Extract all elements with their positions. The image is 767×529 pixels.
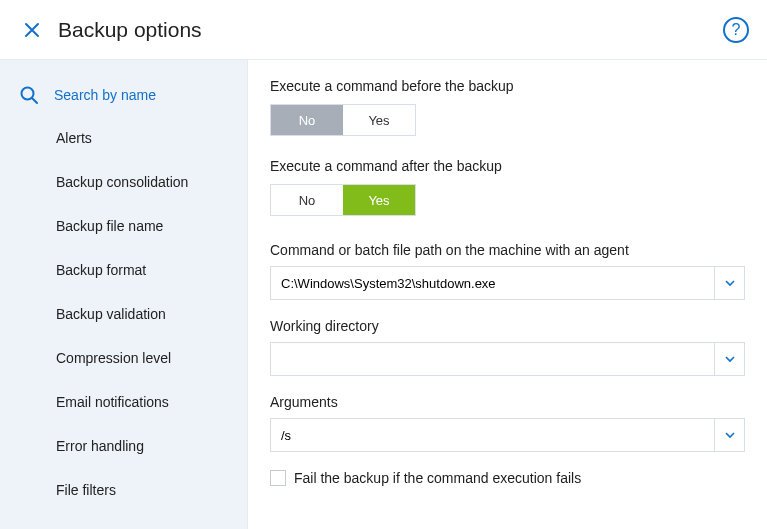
after-toggle: No Yes: [270, 184, 416, 216]
sidebar-item-backup-validation[interactable]: Backup validation: [0, 292, 247, 336]
fail-checkbox[interactable]: [270, 470, 286, 486]
close-icon[interactable]: [18, 16, 46, 44]
chevron-down-icon: [725, 430, 735, 440]
main-panel: Execute a command before the backup No Y…: [248, 60, 767, 529]
search-input[interactable]: [54, 87, 231, 103]
sidebar-nav: Alerts Backup consolidation Backup file …: [0, 116, 247, 512]
arguments-field: [270, 418, 745, 452]
sidebar-item-backup-file-name[interactable]: Backup file name: [0, 204, 247, 248]
search-row: [0, 76, 247, 116]
svg-line-1: [32, 98, 37, 103]
before-toggle: No Yes: [270, 104, 416, 136]
sidebar-item-compression-level[interactable]: Compression level: [0, 336, 247, 380]
sidebar-item-backup-format[interactable]: Backup format: [0, 248, 247, 292]
before-label: Execute a command before the backup: [270, 78, 745, 94]
dialog-body: Alerts Backup consolidation Backup file …: [0, 60, 767, 529]
fail-checkbox-row: Fail the backup if the command execution…: [270, 470, 745, 486]
before-toggle-no[interactable]: No: [271, 105, 343, 135]
working-dir-input[interactable]: [271, 343, 714, 375]
arguments-dropdown-button[interactable]: [714, 419, 744, 451]
working-dir-label: Working directory: [270, 318, 745, 334]
sidebar-item-email-notifications[interactable]: Email notifications: [0, 380, 247, 424]
after-label: Execute a command after the backup: [270, 158, 745, 174]
arguments-label: Arguments: [270, 394, 745, 410]
sidebar-item-file-filters[interactable]: File filters: [0, 468, 247, 512]
before-toggle-yes[interactable]: Yes: [343, 105, 415, 135]
sidebar: Alerts Backup consolidation Backup file …: [0, 60, 248, 529]
page-title: Backup options: [58, 18, 202, 42]
arguments-input[interactable]: [271, 419, 714, 451]
sidebar-item-backup-consolidation[interactable]: Backup consolidation: [0, 160, 247, 204]
command-path-dropdown-button[interactable]: [714, 267, 744, 299]
search-icon: [18, 84, 40, 106]
help-icon[interactable]: ?: [723, 17, 749, 43]
command-path-input[interactable]: [271, 267, 714, 299]
working-dir-field: [270, 342, 745, 376]
command-path-field: [270, 266, 745, 300]
working-dir-dropdown-button[interactable]: [714, 343, 744, 375]
after-toggle-yes[interactable]: Yes: [343, 185, 415, 215]
chevron-down-icon: [725, 354, 735, 364]
chevron-down-icon: [725, 278, 735, 288]
sidebar-item-alerts[interactable]: Alerts: [0, 116, 247, 160]
fail-checkbox-label: Fail the backup if the command execution…: [294, 470, 581, 486]
sidebar-item-error-handling[interactable]: Error handling: [0, 424, 247, 468]
command-path-label: Command or batch file path on the machin…: [270, 242, 745, 258]
after-toggle-no[interactable]: No: [271, 185, 343, 215]
dialog-header: Backup options ?: [0, 0, 767, 60]
